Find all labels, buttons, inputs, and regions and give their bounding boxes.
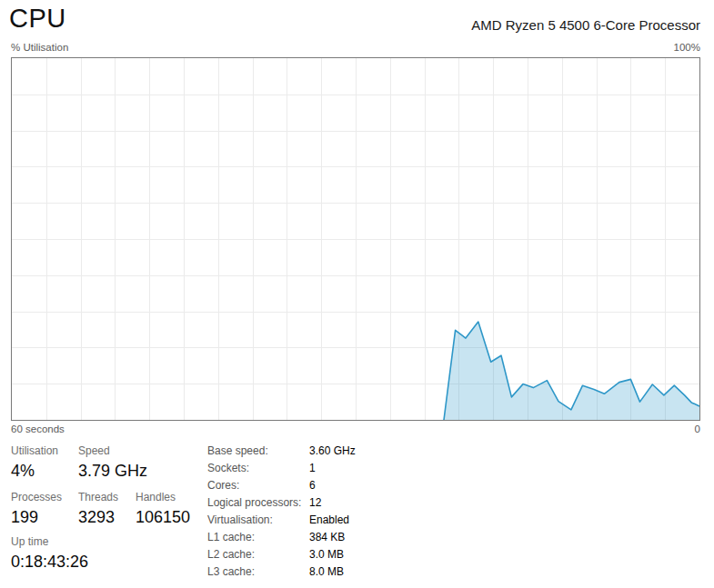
stat-speed-label: Speed: [78, 444, 147, 457]
detail-row-base-speed: Base speed: 3.60 GHz: [207, 444, 356, 462]
x-axis-right-label: 0: [695, 424, 700, 434]
stat-processes-value: 199: [11, 508, 62, 527]
detail-row-sockets: Sockets: 1: [207, 462, 356, 479]
detail-row-l2-cache: L2 cache: 3.0 MB: [207, 548, 356, 565]
detail-label: Base speed:: [207, 444, 309, 458]
detail-label: Sockets:: [207, 462, 309, 475]
stat-uptime: Up time 0:18:43:26: [11, 535, 88, 572]
stat-handles-label: Handles: [136, 491, 190, 503]
stat-uptime-label: Up time: [11, 535, 88, 548]
stat-speed-value: 3.79 GHz: [78, 462, 147, 481]
stat-speed: Speed 3.79 GHz: [78, 444, 147, 481]
detail-row-cores: Cores: 6: [207, 479, 356, 496]
stat-threads: Threads 3293: [78, 491, 118, 527]
page-title: CPU: [9, 4, 66, 34]
detail-row-logical-processors: Logical processors: 12: [207, 496, 356, 513]
stat-utilisation: Utilisation 4%: [11, 444, 58, 481]
detail-value: 12: [309, 496, 321, 510]
detail-value: Enabled: [309, 513, 349, 527]
stat-threads-label: Threads: [78, 491, 118, 503]
stat-handles: Handles 106150: [136, 491, 190, 527]
detail-value: 3.0 MB: [309, 548, 344, 562]
cpu-details-list: Base speed: 3.60 GHz Sockets: 1 Cores: 6…: [207, 444, 356, 583]
x-axis-left-label: 60 seconds: [11, 424, 65, 434]
detail-value: 1: [309, 462, 316, 475]
y-axis-max-label: 100%: [674, 42, 700, 53]
detail-label: L1 cache:: [207, 531, 309, 544]
detail-value: 6: [309, 479, 316, 493]
stat-uptime-value: 0:18:43:26: [11, 553, 88, 572]
stat-processes-label: Processes: [11, 491, 62, 503]
stat-utilisation-value: 4%: [11, 462, 58, 481]
detail-value: 3.60 GHz: [309, 444, 356, 458]
stat-threads-value: 3293: [78, 508, 118, 527]
detail-label: L2 cache:: [207, 548, 309, 562]
stat-processes: Processes 199: [11, 491, 62, 527]
detail-row-virtualisation: Virtualisation: Enabled: [207, 513, 356, 531]
detail-value: 384 KB: [309, 531, 345, 544]
detail-row-l1-cache: L1 cache: 384 KB: [207, 531, 356, 548]
detail-label: L3 cache:: [207, 565, 309, 579]
stat-handles-value: 106150: [136, 508, 190, 527]
processor-name: AMD Ryzen 5 4500 6-Core Processor: [471, 17, 700, 33]
detail-value: 8.0 MB: [309, 565, 344, 579]
y-axis-label: % Utilisation: [11, 42, 68, 53]
cpu-utilisation-chart[interactable]: [11, 57, 700, 421]
detail-label: Cores:: [207, 479, 309, 493]
cpu-chart-svg[interactable]: [12, 58, 699, 420]
task-manager-cpu-pane: CPU AMD Ryzen 5 4500 6-Core Processor % …: [0, 0, 714, 588]
stat-utilisation-label: Utilisation: [11, 444, 58, 457]
detail-label: Virtualisation:: [207, 513, 309, 527]
detail-row-l3-cache: L3 cache: 8.0 MB: [207, 565, 356, 583]
detail-label: Logical processors:: [207, 496, 309, 510]
